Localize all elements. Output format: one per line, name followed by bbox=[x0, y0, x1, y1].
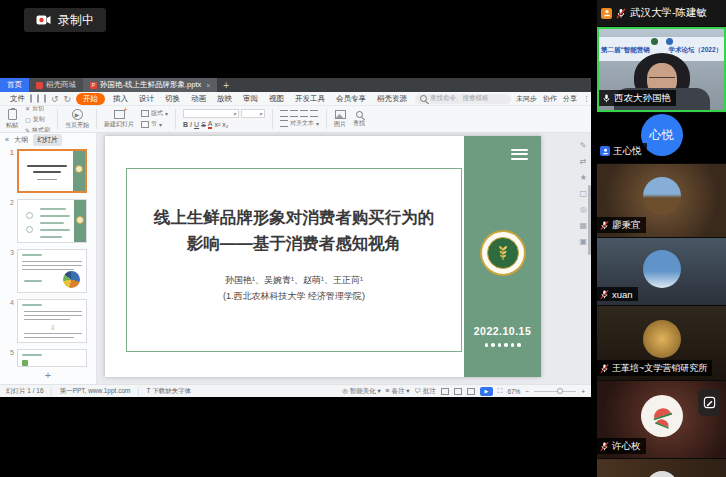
normal-view-icon[interactable] bbox=[441, 388, 449, 395]
cloud-sync-status[interactable]: 未同步 bbox=[516, 94, 537, 104]
slide-sorter-view-icon[interactable] bbox=[454, 388, 462, 395]
cut-button[interactable]: ✕ 剪切 bbox=[25, 106, 50, 113]
font-size-combo[interactable]: ▾ bbox=[241, 109, 265, 118]
file-menu[interactable]: 文件 bbox=[10, 94, 25, 104]
participant-tile-partial[interactable] bbox=[597, 459, 726, 477]
italic-button[interactable]: I bbox=[190, 121, 192, 128]
transition-pane-icon[interactable]: ⇄ bbox=[580, 157, 587, 166]
bold-button[interactable]: B bbox=[183, 121, 188, 128]
smart-beautify-button[interactable]: ◎ 智能美化 ▾ bbox=[342, 387, 381, 396]
ribbon-tab-start[interactable]: 开始 bbox=[76, 93, 105, 105]
collaborate-button[interactable]: 协作 bbox=[543, 94, 557, 104]
comments-button[interactable]: 🗩 批注 bbox=[415, 387, 436, 396]
ribbon-tab-animation[interactable]: 动画 bbox=[188, 94, 209, 104]
indent-increase-icon[interactable] bbox=[310, 110, 318, 117]
download-missing-fonts[interactable]: T 下载缺失字体 bbox=[147, 387, 192, 396]
font-color-button[interactable]: A bbox=[208, 120, 213, 129]
strikethrough-button[interactable]: S bbox=[201, 121, 206, 128]
slideshow-play-button[interactable]: ▶ bbox=[480, 387, 493, 396]
slide-thumbnail-3[interactable]: 3 bbox=[0, 246, 96, 296]
play-from-current-button[interactable]: ▶ 当页开始 bbox=[65, 109, 89, 130]
subscript-button[interactable]: x₂ bbox=[222, 121, 228, 128]
bullet-list-icon[interactable] bbox=[280, 110, 288, 117]
ribbon-tab-slideshow[interactable]: 放映 bbox=[214, 94, 235, 104]
new-tab-button[interactable]: + bbox=[217, 78, 235, 92]
properties-pane-icon[interactable]: ▣ bbox=[579, 237, 587, 246]
selection-pane-icon[interactable]: ◎ bbox=[580, 205, 587, 214]
ribbon-tab-member[interactable]: 会员专享 bbox=[333, 94, 369, 104]
task-pane-toolbar: ✎ ⇄ ★ ▢ ◎ ▦ ▣ bbox=[579, 141, 587, 246]
ribbon-tab-devtools[interactable]: 开发工具 bbox=[292, 94, 328, 104]
zoom-percent[interactable]: 67% bbox=[507, 388, 520, 395]
slide-thumbnail-1[interactable]: 1 bbox=[0, 146, 96, 196]
status-bar: 幻灯片 1 / 16 │ 第一PPT, www.1ppt.com │ T 下载缺… bbox=[0, 384, 591, 397]
style-pane-icon[interactable]: ✎ bbox=[580, 141, 587, 150]
ribbon-tab-design[interactable]: 设计 bbox=[136, 94, 157, 104]
tab-active-document[interactable]: P 孙国艳-线上生鲜品牌形象.pptx × bbox=[83, 78, 217, 92]
participant-name: 许心枚 bbox=[612, 440, 641, 453]
indent-decrease-icon[interactable] bbox=[300, 110, 308, 117]
output-icon[interactable] bbox=[37, 94, 39, 103]
slide-editing-area[interactable]: 2022.10.15 线上生鲜品牌形象对消费者购买行为的 影响——基于消费者感知… bbox=[105, 136, 541, 377]
find-icon bbox=[356, 111, 363, 118]
paste-button[interactable]: 粘贴 bbox=[6, 109, 18, 130]
more-menu-icon[interactable]: ⋮ bbox=[583, 95, 590, 103]
align-text-button[interactable]: 对齐文本 ▾ bbox=[280, 119, 319, 128]
participant-tile-xuxinmei[interactable]: 许心枚 bbox=[597, 381, 726, 458]
reading-view-icon[interactable] bbox=[467, 388, 475, 395]
participant-tile-liaobingyi[interactable]: 廖秉宜 bbox=[597, 164, 726, 237]
collapse-panel-button[interactable]: « bbox=[5, 136, 9, 143]
meeting-participant-sidebar: 武汉大学-陈建敏 第二届“智能营销 学术论坛（2022） 西农大孙国艳 bbox=[597, 0, 726, 477]
slide-thumbnail-2[interactable]: 2 bbox=[0, 196, 96, 246]
vertical-scrollbar[interactable] bbox=[588, 185, 591, 255]
zoom-in-button[interactable]: + bbox=[581, 388, 585, 395]
document-tab-bar: 首页 稻壳商城 P 孙国艳-线上生鲜品牌形象.pptx × + bbox=[0, 78, 591, 92]
ribbon-tab-review[interactable]: 审阅 bbox=[240, 94, 261, 104]
tab-home[interactable]: 首页 bbox=[0, 78, 29, 92]
add-slide-button[interactable]: + bbox=[0, 370, 96, 380]
save-icon[interactable] bbox=[30, 94, 32, 103]
participant-tile-wangxinyue[interactable]: 心悦 王心悦 bbox=[597, 113, 726, 163]
zoom-slider[interactable] bbox=[534, 391, 576, 392]
numbered-list-icon[interactable] bbox=[290, 110, 298, 117]
copy-button[interactable]: ▢ 复制 bbox=[25, 115, 50, 124]
tab-slides[interactable]: 幻灯片 bbox=[33, 134, 62, 146]
watermelon-icon bbox=[649, 403, 675, 429]
ribbon-tab-transition[interactable]: 切换 bbox=[162, 94, 183, 104]
object-pane-icon[interactable]: ▢ bbox=[579, 189, 587, 198]
format-painter-button[interactable]: ✎ 格式刷 bbox=[25, 126, 50, 134]
slide-thumbnail-4[interactable]: 4 ⇩ bbox=[0, 296, 96, 346]
font-name-combo[interactable]: ▾ bbox=[183, 109, 239, 118]
participant-tile-wanggepei[interactable]: 王革培~文学营销研究所 bbox=[597, 306, 726, 380]
close-tab-icon[interactable]: × bbox=[206, 82, 210, 89]
slide-thumbnail-5[interactable]: 5 bbox=[0, 346, 96, 370]
ribbon-tab-docer[interactable]: 稻壳资源 bbox=[374, 94, 410, 104]
share-button[interactable]: 分享 bbox=[563, 94, 577, 104]
participant-tile-chenjianmin[interactable]: 武汉大学-陈建敏 bbox=[597, 0, 726, 26]
grid-pane-icon[interactable]: ▦ bbox=[579, 221, 587, 230]
undo-icon[interactable]: ↺ bbox=[51, 94, 59, 104]
zoom-out-button[interactable]: − bbox=[525, 388, 529, 395]
ribbon-tab-view[interactable]: 视图 bbox=[266, 94, 287, 104]
tab-outline[interactable]: 大纲 bbox=[14, 135, 28, 145]
insert-picture-button[interactable]: 图片 bbox=[334, 110, 346, 129]
section-button[interactable]: 节 ▾ bbox=[141, 120, 168, 129]
underline-button[interactable]: U bbox=[194, 121, 199, 128]
ribbon-tab-insert[interactable]: 插入 bbox=[110, 94, 131, 104]
redo-icon[interactable]: ↻ bbox=[64, 94, 72, 104]
command-search-input[interactable]: 查找命令、搜索模板 bbox=[415, 94, 511, 104]
notes-button[interactable]: ≡ 备注 ▾ bbox=[386, 387, 410, 396]
effects-pane-icon[interactable]: ★ bbox=[580, 173, 587, 182]
superscript-button[interactable]: x² bbox=[214, 121, 220, 128]
tab-docer-store[interactable]: 稻壳商城 bbox=[29, 78, 83, 92]
slide-authors: 孙国艳¹、吴婉青¹、赵萌¹、王正苘¹ bbox=[127, 274, 461, 287]
find-button[interactable]: 查找 bbox=[353, 111, 365, 128]
pen-icon bbox=[703, 396, 716, 409]
participant-tile-xuan[interactable]: xuan bbox=[597, 238, 726, 305]
fit-window-icon[interactable]: ⛶ bbox=[498, 387, 503, 395]
new-slide-button[interactable]: 新建幻灯片 bbox=[104, 110, 134, 129]
participant-tile-sunguoyan[interactable]: 第二届“智能营销 学术论坛（2022） 西农大孙国艳 bbox=[597, 27, 726, 112]
print-icon[interactable] bbox=[44, 94, 46, 103]
annotation-pen-button[interactable] bbox=[698, 389, 720, 416]
layout-button[interactable]: 版式 ▾ bbox=[141, 109, 168, 118]
